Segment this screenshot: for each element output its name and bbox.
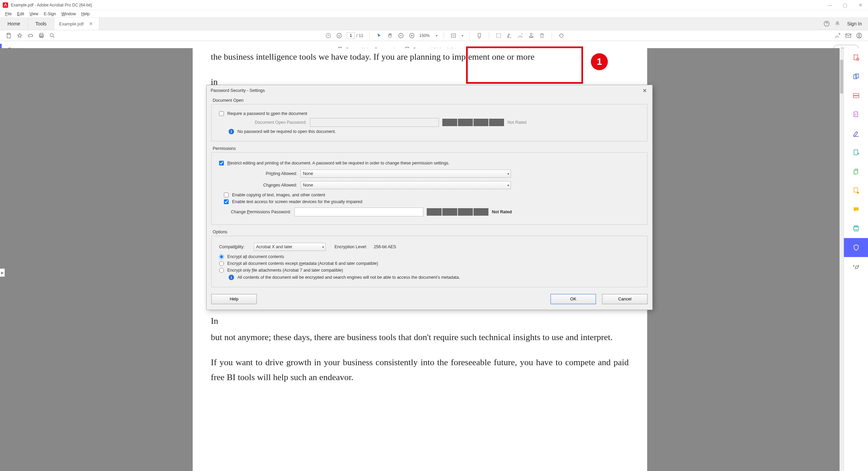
- zoom-level[interactable]: 150%: [419, 33, 431, 38]
- menu-bar: FFileile Edit View E-Sign Window Help: [0, 10, 868, 18]
- right-tools-panel: [844, 48, 868, 471]
- permissions-password-meter: [427, 208, 488, 216]
- svg-point-18: [859, 34, 860, 36]
- svg-rect-28: [855, 74, 859, 78]
- toolbar: / 11 150%▾ ▾: [0, 30, 868, 41]
- tab-close-icon[interactable]: ✕: [88, 20, 94, 27]
- menu-window[interactable]: Window: [59, 11, 78, 17]
- tab-tools[interactable]: Tools: [28, 18, 54, 30]
- zoom-out-icon[interactable]: [398, 32, 404, 39]
- dialog-titlebar[interactable]: Password Security - Settings ✕: [207, 85, 652, 96]
- protect-icon[interactable]: [844, 238, 868, 257]
- help-icon[interactable]: [823, 20, 830, 27]
- svg-point-37: [855, 266, 858, 268]
- printing-allowed-select[interactable]: None▾: [301, 170, 511, 178]
- encrypt-attachments-label: Encrypt only file attachments (Acrobat 7…: [227, 268, 343, 273]
- sign-pen-icon[interactable]: [517, 32, 524, 39]
- highlight-icon[interactable]: [506, 32, 513, 39]
- export-pdf-icon[interactable]: [844, 143, 868, 162]
- request-sign-icon[interactable]: [844, 105, 868, 124]
- selection-arrow-icon[interactable]: [376, 32, 383, 39]
- encrypt-all-radio[interactable]: [219, 254, 224, 259]
- signin-button[interactable]: Sign In: [845, 21, 862, 26]
- create-pdf-icon[interactable]: [844, 48, 868, 67]
- select-rect-icon[interactable]: [495, 32, 502, 39]
- tab-document[interactable]: Example.pdf ✕: [54, 18, 99, 30]
- expand-panel-chevron-icon[interactable]: ▶: [0, 269, 5, 277]
- help-button[interactable]: Help: [211, 294, 257, 304]
- encrypt-except-metadata-label: Encrypt all document contents except met…: [227, 261, 378, 266]
- search-icon[interactable]: [49, 32, 56, 39]
- scrollbar-thumb[interactable]: [840, 60, 843, 94]
- encrypt-attachments-radio[interactable]: [219, 268, 224, 273]
- menu-esign[interactable]: E-Sign: [41, 11, 58, 17]
- trash-icon[interactable]: [539, 32, 545, 39]
- pan-hand-icon[interactable]: [387, 32, 393, 39]
- mail-icon[interactable]: [845, 32, 852, 39]
- svg-point-7: [50, 34, 53, 37]
- title-bar: Example.pdf - Adobe Acrobat Pro DC (64-b…: [0, 0, 868, 10]
- dialog-close-icon[interactable]: ✕: [641, 86, 648, 95]
- minimize-button[interactable]: —: [822, 0, 837, 10]
- changes-allowed-select[interactable]: None▾: [301, 181, 511, 189]
- encrypt-except-metadata-radio[interactable]: [219, 261, 224, 266]
- rotate-icon[interactable]: [558, 32, 565, 39]
- permissions-password-rating: Not Rated: [492, 210, 512, 214]
- page-up-icon[interactable]: [325, 32, 332, 39]
- close-window-button[interactable]: ✕: [853, 0, 868, 10]
- dialog-footer: Help OK Cancel: [207, 290, 652, 310]
- open-password-label: Document Open Password:: [229, 120, 307, 125]
- svg-point-9: [337, 33, 342, 38]
- enable-screenreader-checkbox[interactable]: [224, 199, 229, 204]
- chevron-down-icon: ▾: [507, 183, 509, 187]
- enable-copying-checkbox[interactable]: [224, 193, 229, 197]
- stamp-icon[interactable]: [528, 32, 535, 39]
- combine-files-icon[interactable]: [844, 67, 868, 86]
- restrict-editing-checkbox[interactable]: [219, 161, 224, 165]
- star-icon[interactable]: [16, 32, 23, 39]
- fit-dropdown-icon[interactable]: ▾: [462, 34, 463, 37]
- cloud-icon[interactable]: [27, 32, 34, 39]
- bell-icon[interactable]: [834, 20, 841, 27]
- print-icon[interactable]: [38, 32, 45, 39]
- enable-screenreader-label: Enable text access for screen reader dev…: [232, 199, 362, 204]
- share-pen-icon[interactable]: [834, 32, 841, 39]
- edit-pdf-icon[interactable]: [844, 86, 868, 105]
- profile-icon[interactable]: [856, 32, 863, 39]
- menu-edit[interactable]: Edit: [15, 11, 26, 17]
- send-comments-icon[interactable]: [844, 181, 868, 200]
- section-options: Options: [207, 228, 652, 236]
- compatibility-label: Compatibility:: [219, 244, 250, 249]
- cancel-button[interactable]: Cancel: [602, 294, 648, 304]
- comment-icon[interactable]: [844, 200, 868, 219]
- require-open-password-checkbox[interactable]: [219, 111, 224, 116]
- page-number-input[interactable]: [347, 32, 355, 39]
- ok-button[interactable]: OK: [551, 294, 596, 304]
- enable-copying-label: Enable copying of text, images, and othe…: [232, 193, 325, 197]
- page-down-icon[interactable]: [336, 32, 343, 39]
- scroll-mode-icon[interactable]: [476, 32, 483, 39]
- zoom-in-icon[interactable]: [408, 32, 415, 39]
- menu-help[interactable]: Help: [79, 11, 92, 17]
- tab-home[interactable]: Home: [0, 18, 28, 30]
- maximize-button[interactable]: ▢: [837, 0, 853, 10]
- changes-allowed-label: Changes Allowed:: [219, 183, 297, 188]
- options-info-text: All contents of the document will be enc…: [237, 275, 460, 280]
- fill-sign-icon[interactable]: [844, 124, 868, 143]
- zoom-dropdown-icon[interactable]: ▾: [436, 34, 438, 37]
- scan-ocr-icon[interactable]: [844, 219, 868, 238]
- svg-rect-33: [854, 188, 857, 192]
- svg-rect-31: [854, 112, 857, 117]
- more-tools-icon[interactable]: [844, 257, 868, 276]
- fit-width-icon[interactable]: [450, 32, 457, 39]
- compatibility-select[interactable]: Acrobat X and later▾: [254, 243, 326, 251]
- organize-icon[interactable]: [844, 162, 868, 181]
- menu-view[interactable]: View: [27, 11, 41, 17]
- scrollbar-track[interactable]: [840, 48, 844, 471]
- chevron-down-icon: ▾: [322, 245, 324, 249]
- change-permissions-password-input[interactable]: [294, 208, 423, 216]
- svg-rect-13: [478, 33, 481, 37]
- menu-file[interactable]: FFileile: [3, 11, 14, 17]
- svg-rect-14: [497, 34, 501, 38]
- save-icon[interactable]: [5, 32, 12, 39]
